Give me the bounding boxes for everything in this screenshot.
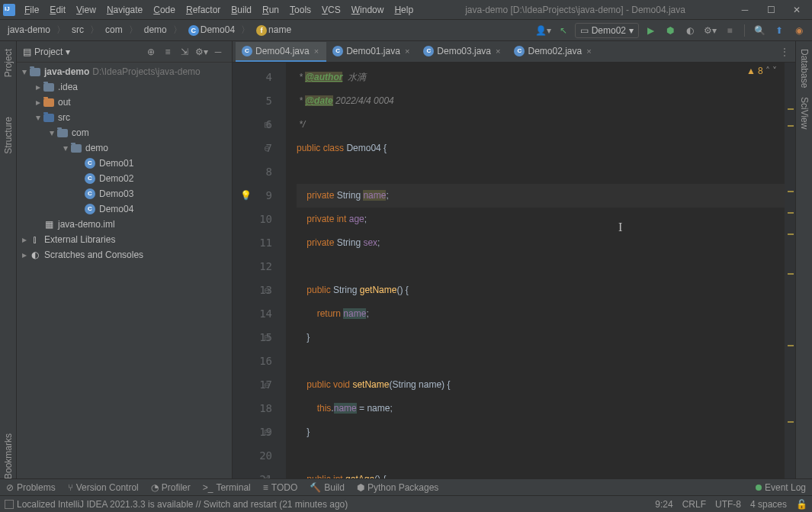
status-message[interactable]: Localized IntelliJ IDEA 2021.3.3 is avai… (5, 499, 655, 510)
toolwindow-tab-structure[interactable]: Structure (2, 112, 15, 159)
code-line-15[interactable]: } (297, 326, 785, 349)
tree-class-demo01[interactable]: CDemo01 (17, 156, 232, 171)
toolwindow-tab-bookmarks[interactable]: Bookmarks (2, 429, 15, 484)
tool-event-log[interactable]: Event Log (756, 482, 806, 493)
editor-gutter[interactable]: 456⊟7⊖8💡910111213⊖1415⊟1617⊖1819⊟2021⊖ (233, 63, 286, 491)
project-view-selector[interactable]: ▤ Project ▾ (23, 47, 143, 57)
project-tree[interactable]: ▾ java-demo D:\IdeaProjects\java-demo ▸ … (17, 63, 232, 491)
close-tab-icon[interactable]: × (494, 47, 502, 56)
breadcrumb-java-demo[interactable]: java-demo (5, 23, 53, 37)
toolwindow-tab-sciview[interactable]: SciView (798, 92, 811, 134)
minimize-button[interactable]: ─ (733, 2, 757, 18)
close-tab-icon[interactable]: × (403, 47, 411, 56)
back-build-icon[interactable]: ↖ (555, 22, 572, 39)
debug-button[interactable]: ⬢ (662, 22, 679, 39)
menu-help[interactable]: Help (390, 2, 418, 18)
stripe-mark[interactable] (788, 233, 794, 235)
update-button[interactable]: ⬆ (771, 22, 788, 39)
tree-class-demo04[interactable]: CDemo04 (17, 201, 232, 217)
tree-class-demo03[interactable]: CDemo03 (17, 186, 232, 201)
menu-code[interactable]: Code (149, 2, 180, 18)
tree-scratches[interactable]: ▸◐ Scratches and Consoles (17, 247, 232, 262)
code-line-7[interactable]: public class Demo04 { (297, 137, 785, 160)
editor-tab-demo01-java[interactable]: CDemo01.java× (326, 42, 417, 62)
stripe-mark[interactable] (788, 273, 794, 275)
tree-file-iml[interactable]: ▦ java-demo.iml (17, 217, 232, 232)
settings-gear-icon[interactable]: ⚙▾ (194, 44, 209, 60)
select-opened-file-icon[interactable]: ⊕ (143, 44, 159, 60)
editor-tab-demo02-java[interactable]: CDemo02.java× (508, 42, 599, 62)
fold-close-icon[interactable]: ⊟ (264, 113, 270, 137)
editor-error-stripe[interactable]: ▲ 8 ˄ ˅ (785, 63, 795, 491)
close-tab-icon[interactable]: × (313, 47, 320, 56)
menu-navigate[interactable]: Navigate (102, 2, 147, 18)
toolwindow-toggle-icon[interactable] (5, 500, 14, 509)
fold-close-icon[interactable]: ⊟ (264, 326, 270, 349)
code-line-18[interactable]: this.name = name; (297, 397, 785, 420)
user-icon[interactable]: 👤▾ (535, 22, 552, 39)
collapse-all-icon[interactable]: ⇲ (177, 44, 192, 60)
breadcrumb-src[interactable]: src (69, 23, 87, 37)
tool-version-control[interactable]: ⑂Version Control (68, 482, 139, 493)
menu-run[interactable]: Run (258, 2, 284, 18)
search-everywhere-button[interactable]: 🔍 (751, 22, 768, 39)
stripe-mark[interactable] (788, 345, 794, 346)
menu-vcs[interactable]: VCS (317, 2, 345, 18)
code-area[interactable]: * @author 水滴 * @date 2022/4/4 0004 */pub… (286, 63, 785, 491)
tree-folder-com[interactable]: ▾ com (17, 125, 232, 140)
stripe-mark[interactable] (788, 108, 794, 110)
stripe-mark[interactable] (788, 125, 794, 127)
tool-problems[interactable]: ⊘Problems (6, 482, 56, 493)
breadcrumb-name[interactable]: fname (253, 23, 294, 37)
breadcrumb-demo04[interactable]: CDemo04 (185, 23, 238, 37)
editor-tab-demo04-java[interactable]: CDemo04.java× (236, 42, 326, 62)
fold-open-icon[interactable]: ⊖ (264, 137, 270, 160)
tree-folder-src[interactable]: ▾ src (17, 110, 232, 125)
editor-body[interactable]: 456⊟7⊖8💡910111213⊖1415⊟1617⊖1819⊟2021⊖ *… (233, 63, 795, 491)
stripe-mark[interactable] (788, 212, 794, 214)
tree-folder-out[interactable]: ▸ out (17, 95, 232, 110)
code-line-16[interactable] (297, 349, 785, 373)
stop-button[interactable]: ■ (721, 22, 738, 39)
tool-terminal[interactable]: >_Terminal (203, 482, 251, 493)
menu-refactor[interactable]: Refactor (181, 2, 225, 18)
close-button[interactable]: ✕ (785, 2, 809, 18)
fold-open-icon[interactable]: ⊖ (264, 279, 270, 302)
tabs-menu-icon[interactable]: ⋮ (774, 47, 795, 57)
intention-bulb-icon[interactable]: 💡 (240, 184, 252, 208)
editor-tab-demo03-java[interactable]: CDemo03.java× (417, 42, 508, 62)
tree-external-libraries[interactable]: ▸⫿ External Libraries (17, 232, 232, 247)
run-button[interactable]: ▶ (642, 22, 659, 39)
tool-build[interactable]: 🔨Build (310, 482, 345, 493)
toolwindow-tab-project[interactable]: Project (2, 44, 15, 82)
code-line-17[interactable]: public void setName(String name) { (297, 373, 785, 397)
code-line-10[interactable]: private int age; (297, 208, 785, 231)
tool-python-packages[interactable]: ⬢Python Packages (357, 482, 438, 493)
maximize-button[interactable]: ☐ (759, 2, 783, 18)
code-line-6[interactable]: */ (297, 113, 785, 137)
chevron-up-icon[interactable]: ˄ (765, 66, 770, 76)
line-separator[interactable]: CRLF (682, 499, 706, 510)
coverage-button[interactable]: ◐ (682, 22, 698, 39)
tool-todo[interactable]: ≡TODO (263, 482, 297, 493)
tree-folder-idea[interactable]: ▸ .idea (17, 79, 232, 95)
menu-tools[interactable]: Tools (285, 2, 316, 18)
expand-all-icon[interactable]: ≡ (160, 44, 175, 60)
code-line-11[interactable]: private String sex; (297, 231, 785, 255)
readonly-lock-icon[interactable]: 🔓 (796, 499, 807, 510)
caret-position[interactable]: 9:24 (655, 499, 672, 510)
code-line-4[interactable]: * @author 水滴 (297, 66, 785, 89)
inspection-summary[interactable]: ▲ 8 ˄ ˅ (746, 66, 792, 76)
hide-panel-icon[interactable]: ─ (210, 44, 226, 60)
chevron-down-icon[interactable]: ˅ (772, 66, 777, 76)
fold-open-icon[interactable]: ⊖ (264, 373, 270, 397)
menu-window[interactable]: Window (347, 2, 389, 18)
menu-build[interactable]: Build (226, 2, 256, 18)
tree-class-demo02[interactable]: CDemo02 (17, 171, 232, 186)
code-line-8[interactable] (297, 160, 785, 184)
code-line-12[interactable] (297, 255, 785, 279)
close-tab-icon[interactable]: × (585, 47, 592, 56)
code-line-19[interactable]: } (297, 420, 785, 444)
code-line-13[interactable]: public String getName() { (297, 279, 785, 302)
code-line-5[interactable]: * @date 2022/4/4 0004 (297, 89, 785, 113)
